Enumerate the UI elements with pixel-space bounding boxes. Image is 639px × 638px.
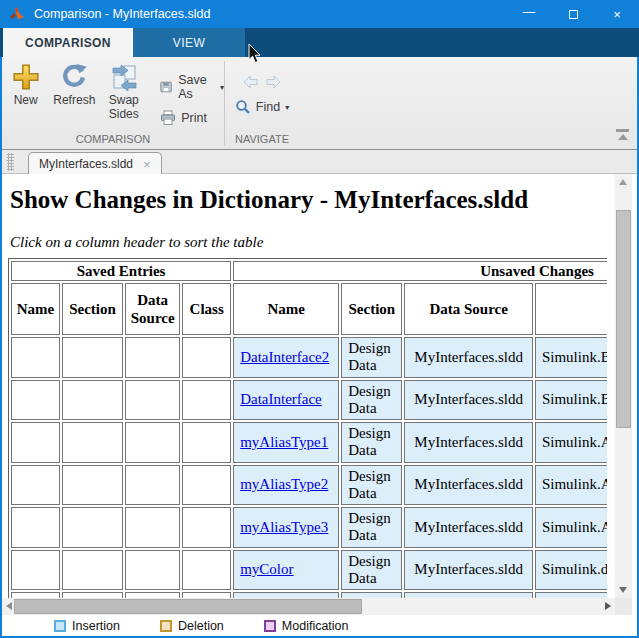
maximize-button[interactable] <box>551 0 595 28</box>
new-button[interactable]: New <box>8 57 43 108</box>
entry-link[interactable]: myColor <box>240 561 293 577</box>
page-title: Show Changes in Dictionary - MyInterface… <box>10 186 528 214</box>
scroll-up-icon[interactable] <box>619 179 627 185</box>
col-unsaved-class[interactable]: Class <box>535 283 607 335</box>
refresh-button[interactable]: Refresh <box>53 57 95 108</box>
entry-link[interactable]: myAliasType1 <box>240 434 328 450</box>
vertical-scroll-thumb[interactable] <box>616 210 631 428</box>
collapse-ribbon-button[interactable] <box>616 129 629 140</box>
swap-sides-icon <box>109 63 139 91</box>
comparison-table: Saved Entries Unsaved Changes Name Secti… <box>8 258 607 598</box>
group-label-comparison: COMPARISON <box>2 133 224 149</box>
horizontal-scroll-thumb[interactable] <box>14 599 362 614</box>
legend-bar: Insertion Deletion Modification <box>2 615 637 636</box>
tab-comparison[interactable]: COMPARISON <box>3 28 133 57</box>
refresh-icon <box>60 63 88 91</box>
scroll-right-icon[interactable] <box>605 602 611 610</box>
forward-arrow-icon[interactable] <box>265 75 281 89</box>
matlab-logo-icon <box>9 6 25 22</box>
titlebar[interactable]: Comparison - MyInterfaces.sldd — × <box>0 0 639 28</box>
sort-hint: Click on a column header to sort the tab… <box>10 234 263 251</box>
print-button[interactable]: Print <box>160 110 224 126</box>
scroll-down-icon[interactable] <box>619 587 627 593</box>
table-row: DataInterface Design Data MyInterfaces.s… <box>11 380 607 421</box>
comparison-table-viewport: Saved Entries Unsaved Changes Name Secti… <box>8 258 607 598</box>
window-title: Comparison - MyInterfaces.sldd <box>34 7 210 21</box>
new-plus-icon <box>12 63 40 91</box>
print-icon <box>160 110 176 126</box>
swap-sides-button[interactable]: Swap Sides <box>105 57 142 122</box>
tab-close-icon[interactable]: × <box>143 157 151 172</box>
find-button[interactable]: Find ▾ <box>235 99 289 115</box>
col-saved-datasource[interactable]: Data Source <box>125 283 180 335</box>
tab-view[interactable]: VIEW <box>133 28 245 57</box>
legend-item-deletion: Deletion <box>160 619 224 633</box>
report-content: Show Changes in Dictionary - MyInterface… <box>2 174 637 636</box>
mouse-cursor <box>248 44 262 64</box>
table-row: myColor Design Data MyInterfaces.sldd Si… <box>11 550 607 591</box>
find-dropdown-icon: ▾ <box>285 103 289 112</box>
col-saved-class[interactable]: Class <box>182 283 231 335</box>
col-saved-section[interactable]: Section <box>62 283 123 335</box>
horizontal-scrollbar[interactable] <box>2 598 615 615</box>
ribbon: New Refresh Swap Sides <box>2 57 637 150</box>
table-row: myAliasType2 Design Data MyInterfaces.sl… <box>11 465 607 506</box>
col-unsaved-datasource[interactable]: Data Source <box>404 283 533 335</box>
back-arrow-icon[interactable] <box>243 75 259 89</box>
window-border <box>0 57 2 638</box>
entry-link[interactable]: DataInterface <box>240 391 322 407</box>
legend-item-modification: Modification <box>264 619 349 633</box>
save-as-button[interactable]: Save As ▾ <box>160 73 224 101</box>
maximize-icon <box>569 10 578 19</box>
ribbon-tabstrip: COMPARISON VIEW ▤ ✂ ❏ ▣ ↶ ↷ ❐ ? ▾ ▾ <box>0 28 639 57</box>
comparison-tool-window: Comparison - MyInterfaces.sldd — × COMPA… <box>0 0 639 638</box>
table-row: myAliasType1 Design Data MyInterfaces.sl… <box>11 422 607 463</box>
close-button[interactable]: × <box>595 0 639 28</box>
entry-link[interactable]: myAliasType2 <box>240 476 328 492</box>
entry-link[interactable]: myAliasType3 <box>240 519 328 535</box>
table-row: myAliasType3 Design Data MyInterfaces.sl… <box>11 507 607 548</box>
saved-entries-header[interactable]: Saved Entries <box>11 261 231 281</box>
vertical-scrollbar[interactable] <box>615 174 632 598</box>
minimize-button[interactable]: — <box>507 0 551 28</box>
table-row: DataInterface2 Design Data MyInterfaces.… <box>11 337 607 378</box>
unsaved-changes-header[interactable]: Unsaved Changes <box>233 261 607 281</box>
col-unsaved-section[interactable]: Section <box>341 283 402 335</box>
save-as-icon <box>160 79 173 95</box>
document-tabbar: MyInterfaces.sldd × <box>2 150 637 174</box>
scroll-left-icon[interactable] <box>6 602 12 610</box>
legend-item-insertion: Insertion <box>54 619 120 633</box>
document-tab[interactable]: MyInterfaces.sldd × <box>28 152 162 175</box>
col-saved-name[interactable]: Name <box>11 283 60 335</box>
col-unsaved-name[interactable]: Name <box>233 283 339 335</box>
entry-link[interactable]: DataInterface2 <box>240 349 329 365</box>
modification-swatch-icon <box>264 620 276 632</box>
insertion-swatch-icon <box>54 620 66 632</box>
scrollbar-corner <box>615 598 632 615</box>
group-label-navigate: NAVIGATE <box>225 133 299 149</box>
deletion-swatch-icon <box>160 620 172 632</box>
find-icon <box>235 99 251 115</box>
drag-grip-icon[interactable] <box>7 153 14 171</box>
